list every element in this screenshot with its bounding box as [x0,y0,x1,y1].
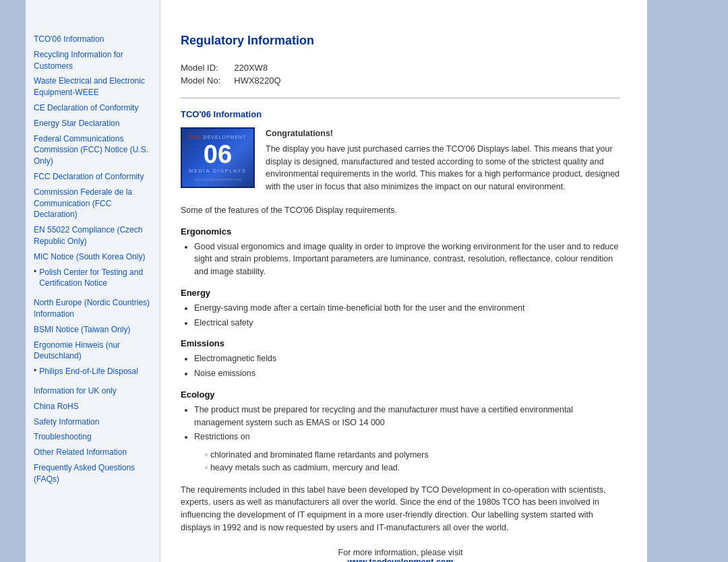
bullet-item-3-0: The product must be prepared for recycli… [194,404,620,429]
bullet-item-3-1: Restrictions on [194,431,620,443]
sidebar-item-commission[interactable]: Commission Federale de la Communication … [34,187,152,220]
sub-bullet-3-0: chlorinated and brominated flame retarda… [205,449,620,462]
sidebar-item-recycling[interactable]: Recycling Information for Customers [34,49,152,72]
tco-number: 06 [204,142,232,167]
subsection-title-2: Emissions [181,338,620,348]
divider [181,98,620,98]
sidebar-item-troubleshooting[interactable]: Troubleshooting [34,431,152,443]
closing-section: The requirements included in this label … [181,484,620,534]
sidebar-item-safety[interactable]: Safety Information [34,416,152,428]
bullet-item-1-0: Energy-saving mode after a certain time-… [194,302,620,315]
content-sections: ErgonomicsGood visual ergonomics and ima… [181,226,620,474]
sub-bullet-3-1: heavy metals such as cadmium, mercury an… [205,462,620,474]
model-no-value: HWX8220Q [234,74,294,87]
subsection-title-1: Energy [181,288,620,298]
right-decorative-bar [647,0,728,562]
subsection-title-0: Ergonomics [181,226,620,237]
tco-logo: Tco Development 06 MEDIA DISPLAYS www.tc… [181,127,255,188]
section-3: EcologyThe product must be prepared for … [181,389,620,474]
left-decorative-bar [0,0,26,562]
bullet-item-2-1: Noise emissions [194,367,620,380]
sidebar-item-weee[interactable]: Waste Electrical and Electronic Equipmen… [34,75,152,98]
section-0: ErgonomicsGood visual ergonomics and ima… [181,226,620,278]
sidebar-item-mic[interactable]: MIC Notice (South Korea Only) [34,251,152,263]
sidebar-item-north-europe[interactable]: North Europe (Nordic Countries) Informat… [34,297,152,320]
sidebar-item-en55022[interactable]: EN 55022 Compliance (Czech Republic Only… [34,224,152,247]
congratulations-text: The display you have just purchased carr… [266,144,619,191]
sidebar-item-other[interactable]: Other Related Information [34,447,152,458]
congratulations-title: Congratulations! [266,127,620,140]
sidebar-item-tco06[interactable]: TCO'06 Information [34,34,152,45]
features-intro-section: Some of the features of the TCO'06 Displ… [181,204,620,217]
tco-section-title: TCO'06 Information [181,109,620,119]
sidebar-item-bsmi[interactable]: BSMI Notice (Taiwan Only) [34,324,152,336]
bullet-item-1-1: Electrical safety [194,317,620,330]
main-content: Regulatory Information Model ID: 220XW8 … [160,0,647,562]
section-1: EnergyEnergy-saving mode after a certain… [181,288,620,330]
tco-number-row: 06 [204,142,232,167]
closing-text: The requirements included in this label … [181,484,620,534]
sidebar-item-polish[interactable]: Polish Center for Testing and Certificat… [34,267,152,294]
sidebar-item-ce[interactable]: CE Declaration of Conformity [34,102,152,114]
sidebar-item-energy-star[interactable]: Energy Star Declaration [34,118,152,129]
bullet-item-0-0: Good visual ergonomics and image quality… [194,241,620,278]
model-id-label: Model ID: [181,61,234,74]
tco-dev-text: Tco Development [189,134,247,140]
sidebar-item-uk[interactable]: Information for UK only [34,385,152,397]
model-id-value: 220XW8 [234,61,294,74]
bullet-item-2-0: Electromagnetic fields [194,352,620,365]
tco-url-text: www.tcodevelopment.com [194,177,241,181]
sidebar-item-china[interactable]: China RoHS [34,401,152,412]
tco-info-block: Tco Development 06 MEDIA DISPLAYS www.tc… [181,127,620,193]
sidebar-item-fcc-conformity[interactable]: FCC Declaration of Conformity [34,171,152,183]
section-2: EmissionsElectromagnetic fieldsNoise emi… [181,338,620,380]
footer-line1: For more information, please visit [181,548,620,557]
sidebar-item-faq[interactable]: Frequently Asked Questions (FAQs) [34,462,152,485]
model-no-label: Model No: [181,74,234,87]
page-title: Regulatory Information [181,34,620,48]
footer-section: For more information, please visit www.t… [181,548,620,563]
model-info-table: Model ID: 220XW8 Model No: HWX8220Q [181,61,620,87]
sidebar-item-ergonomie[interactable]: Ergonomie Hinweis (nur Deutschland) [34,340,152,363]
subsection-title-3: Ecology [181,389,620,400]
sidebar-item-fcc-notice[interactable]: Federal Communications Commission (FCC) … [34,133,152,167]
sidebar: TCO'06 InformationRecycling Information … [26,0,160,562]
sidebar-item-philips[interactable]: Philips End-of-Life Disposal [34,366,152,381]
footer-link[interactable]: www.tcodevelopment.com [347,557,453,563]
features-intro-text: Some of the features of the TCO'06 Displ… [181,204,620,217]
tco-description: Congratulations! The display you have ju… [266,127,620,193]
tco-media-text: MEDIA DISPLAYS [189,168,246,173]
